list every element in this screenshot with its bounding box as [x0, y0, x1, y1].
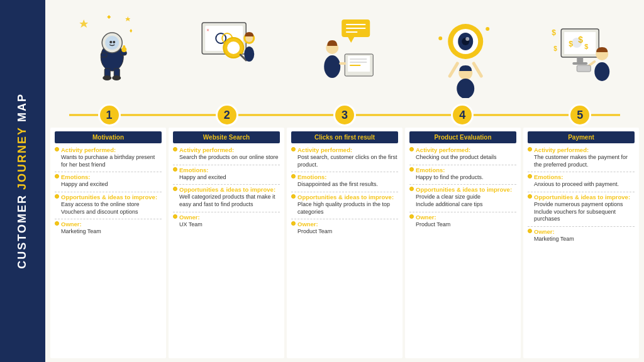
activity-text-5: The customer makes the payment for the p… — [528, 154, 635, 168]
opportunities-text-3: Place high quality products in the top c… — [291, 201, 398, 216]
svg-marker-1 — [126, 16, 131, 21]
card-2: Website Search Activity performed: Searc… — [169, 128, 284, 358]
step-2: 2 — [216, 104, 238, 126]
svg-line-49 — [474, 63, 481, 76]
opportunities-text-1: Easy access to the online storeVouchers … — [55, 201, 162, 216]
activity-title-2: Activity performed: — [173, 146, 280, 153]
opportunities-section-1: Opportunities & ideas to improve: Easy a… — [55, 194, 162, 216]
owner-section-4: Owner: Product Team — [409, 214, 516, 229]
svg-text:✕: ✕ — [206, 28, 209, 32]
step-4: 4 — [451, 104, 474, 126]
svg-marker-0 — [80, 19, 89, 28]
emotions-section-4: Emotions: Happy to find the products. — [409, 167, 516, 182]
svg-point-34 — [324, 55, 340, 78]
svg-point-45 — [465, 37, 469, 41]
opportunities-text-5: Provide numerous payment optionsInclude … — [528, 201, 635, 223]
svg-marker-2 — [108, 15, 111, 19]
emotions-text-4: Happy to find the products. — [409, 174, 516, 182]
sidebar: CUSTOMER JOURNEY MAP — [0, 0, 45, 362]
card-header-3: Clicks on first result — [291, 131, 398, 143]
card-header-4: Product Evaluation — [409, 131, 516, 143]
svg-point-16 — [113, 75, 121, 80]
owner-text-5: Marketing Team — [528, 236, 635, 243]
svg-point-7 — [110, 41, 113, 43]
svg-marker-3 — [130, 29, 133, 33]
svg-rect-36 — [348, 56, 370, 72]
emotions-title-4: Emotions: — [409, 167, 516, 173]
timeline-row: 1 2 3 4 5 — [50, 104, 639, 126]
sidebar-title: CUSTOMER JOURNEY MAP — [16, 93, 29, 269]
activity-title-3: Activity performed: — [291, 146, 398, 153]
svg-rect-54 — [577, 57, 583, 62]
owner-section-5: Owner: Marketing Team — [528, 228, 635, 243]
activity-section-1: Activity performed: Wants to purchase a … — [55, 146, 162, 168]
activity-text-2: Search the products on our online store — [173, 154, 280, 162]
svg-point-23 — [227, 41, 240, 54]
svg-point-8 — [113, 41, 116, 43]
owner-title-5: Owner: — [528, 228, 635, 235]
opportunities-title-5: Opportunities & ideas to improve: — [528, 194, 635, 200]
card-5: Payment Activity performed: The customer… — [523, 128, 639, 358]
svg-rect-12 — [123, 45, 126, 50]
owner-text-2: UX Team — [173, 221, 280, 229]
illustration-2: ✕ — [168, 5, 286, 102]
svg-point-59 — [572, 38, 582, 48]
owner-title-4: Owner: — [409, 214, 516, 221]
card-header-2: Website Search — [173, 131, 280, 143]
activity-section-3: Activity performed: Post search, custome… — [291, 146, 398, 168]
svg-rect-55 — [572, 62, 587, 65]
cards-row: Motivation Activity performed: Wants to … — [50, 128, 639, 358]
activity-text-3: Post search, customer clicks on the firs… — [291, 154, 398, 168]
activity-section-2: Activity performed: Search the products … — [173, 146, 280, 162]
owner-title-3: Owner: — [291, 221, 398, 228]
emotions-title-5: Emotions: — [528, 173, 635, 180]
opportunities-text-2: Well categorized products that make it e… — [173, 194, 280, 208]
owner-text-3: Product Team — [291, 228, 398, 236]
illustration-3 — [286, 5, 403, 102]
svg-text:$: $ — [552, 28, 556, 37]
activity-section-5: Activity performed: The customer makes t… — [528, 146, 635, 168]
step-5: 5 — [569, 104, 591, 126]
emotions-text-2: Happy and excited — [173, 174, 280, 182]
opportunities-section-4: Opportunities & ideas to improve: Provid… — [409, 186, 516, 208]
emotions-section-3: Emotions: Disappointed as the first resu… — [291, 173, 398, 189]
svg-marker-29 — [348, 37, 354, 43]
emotions-title-3: Emotions: — [291, 173, 398, 180]
emotions-title-2: Emotions: — [173, 167, 280, 173]
opportunities-title-1: Opportunities & ideas to improve: — [55, 194, 162, 200]
illustration-5: $ $ $ $ $ — [521, 5, 639, 102]
opportunities-title-4: Opportunities & ideas to improve: — [409, 186, 516, 193]
owner-section-2: Owner: UX Team — [173, 214, 280, 229]
card-1: Motivation Activity performed: Wants to … — [50, 128, 166, 358]
opportunities-title-2: Opportunities & ideas to improve: — [173, 186, 280, 193]
illustration-1 — [50, 5, 168, 102]
card-header-1: Motivation — [55, 131, 162, 143]
svg-line-62 — [589, 62, 594, 65]
card-header-5: Payment — [528, 131, 635, 143]
emotions-section-5: Emotions: Anxious to proceed with paymen… — [528, 173, 635, 189]
step-3: 3 — [333, 104, 356, 126]
owner-section-3: Owner: Product Team — [291, 221, 398, 236]
emotions-text-3: Disappointed as the first results. — [291, 181, 398, 189]
owner-section-1: Owner: Marketing Team — [55, 221, 162, 236]
svg-line-48 — [450, 63, 457, 76]
emotions-section-1: Emotions: Happy and excited — [55, 173, 162, 189]
card-4: Product Evaluation Activity performed: C… — [405, 128, 521, 358]
illustration-4 — [404, 5, 521, 102]
emotions-title-1: Emotions: — [55, 173, 162, 180]
activity-text-1: Wants to purchase a birthday present for… — [55, 154, 162, 168]
activity-text-4: Checking out the product details — [409, 154, 516, 162]
svg-rect-63 — [577, 65, 591, 72]
main-content: ✕ — [45, 0, 644, 362]
emotions-text-5: Anxious to proceed with payment. — [528, 181, 635, 189]
svg-text:$: $ — [584, 43, 588, 50]
svg-text:$: $ — [553, 45, 557, 52]
card-3: Clicks on first result Activity performe… — [287, 128, 402, 358]
svg-point-50 — [438, 36, 442, 40]
svg-point-27 — [244, 47, 254, 62]
illustrations-row: ✕ — [50, 5, 639, 102]
svg-rect-9 — [101, 53, 108, 57]
opportunities-text-4: Provide a clear size guideInclude additi… — [409, 194, 516, 208]
opportunities-section-2: Opportunities & ideas to improve: Well c… — [173, 186, 280, 208]
timeline-steps: 1 2 3 4 5 — [50, 104, 639, 126]
